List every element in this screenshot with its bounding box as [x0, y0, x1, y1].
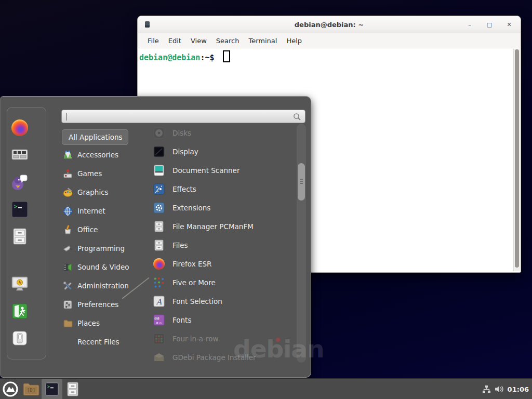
- svg-text:[D]: [D]: [27, 388, 35, 393]
- firefox-icon: [11, 119, 28, 136]
- preferences-icon: [63, 300, 73, 310]
- display-icon: [153, 145, 165, 158]
- fonts-icon: aaaa: [153, 314, 165, 326]
- app-row-five-or-more[interactable]: Five or More: [149, 273, 295, 292]
- scrollbar-grip: [300, 179, 303, 180]
- menu-edit[interactable]: Edit: [164, 37, 186, 45]
- category-games[interactable]: Games: [62, 164, 145, 183]
- app-label: Display: [172, 148, 198, 156]
- app-row-display[interactable]: Display: [149, 142, 295, 161]
- menu-button[interactable]: [0, 379, 21, 399]
- file-manager-launcher[interactable]: [D]: [21, 379, 42, 399]
- desktop[interactable]: debian@debian: ~ – □ ✕ File Edit View Se…: [0, 0, 532, 399]
- application-list: Disks Display Document Scanner Effects E…: [149, 124, 295, 367]
- menu-search-field[interactable]: [61, 110, 305, 123]
- favorite-terminal[interactable]: >: [10, 200, 29, 219]
- maximize-button[interactable]: □: [485, 20, 494, 29]
- menu-view[interactable]: View: [186, 37, 211, 45]
- favorite-firefox[interactable]: [10, 118, 29, 137]
- favorite-software[interactable]: [10, 145, 29, 164]
- file-cabinet-taskbar-icon: [66, 381, 79, 397]
- category-programming[interactable]: Programming: [62, 239, 145, 258]
- category-recent-files[interactable]: Recent Files: [62, 332, 145, 351]
- internet-globe-icon: [63, 206, 73, 216]
- category-internet[interactable]: Internet: [62, 202, 145, 220]
- network-icon[interactable]: [482, 385, 491, 394]
- menu-scrollbar[interactable]: [297, 124, 306, 363]
- menu-file[interactable]: File: [143, 37, 164, 45]
- app-row-files[interactable]: Files: [149, 236, 295, 255]
- category-administration[interactable]: Administration: [62, 276, 145, 295]
- screensaver-icon: [10, 275, 29, 293]
- extensions-icon: [153, 202, 165, 214]
- app-row-effects[interactable]: Effects: [149, 180, 295, 198]
- category-label: Recent Files: [77, 338, 119, 346]
- terminal-scrollbar[interactable]: [513, 49, 520, 271]
- text-caret: [66, 113, 67, 121]
- close-button[interactable]: ✕: [505, 20, 513, 29]
- application-menu: > All Applications Accessories: [0, 96, 311, 378]
- firefox-esr-icon: [153, 258, 165, 270]
- category-label: Office: [77, 225, 98, 234]
- recent-files-spacer: [63, 337, 73, 347]
- file-cabinet-icon: [11, 228, 28, 245]
- gdebi-package-installer-icon: [153, 351, 165, 364]
- app-row-file-manager-pcmanfm[interactable]: File Manager PCManFM: [149, 217, 295, 236]
- category-sound-video[interactable]: Sound & Video: [62, 258, 145, 276]
- app-row-disks[interactable]: Disks: [149, 124, 295, 142]
- office-icon: [63, 225, 73, 235]
- favorite-shutdown[interactable]: [10, 329, 29, 348]
- category-accessories[interactable]: Accessories: [62, 145, 145, 164]
- category-all-applications[interactable]: All Applications: [62, 129, 128, 145]
- app-label: Disks: [172, 129, 191, 137]
- taskbar-clock[interactable]: 01:06: [508, 385, 529, 393]
- search-input[interactable]: [62, 110, 305, 123]
- five-or-more-icon: [153, 276, 165, 289]
- category-places[interactable]: Places: [62, 314, 145, 332]
- terminal-launcher[interactable]: >: [42, 379, 62, 399]
- app-row-extensions[interactable]: Extensions: [149, 198, 295, 217]
- favorite-file-manager[interactable]: [10, 227, 29, 246]
- svg-text:A: A: [156, 297, 163, 307]
- font-selection-icon: A: [153, 295, 165, 308]
- volume-icon[interactable]: [495, 385, 504, 393]
- app-row-fonts[interactable]: aaaa Fonts: [149, 311, 295, 329]
- svg-text:a: a: [159, 321, 162, 325]
- search-icon: [293, 113, 301, 121]
- app-label: Firefox ESR: [172, 260, 211, 268]
- app-row-firefox-esr[interactable]: Firefox ESR: [149, 255, 295, 273]
- sound-video-icon: [63, 262, 73, 272]
- minimize-button[interactable]: –: [466, 20, 474, 29]
- app-row-font-selection[interactable]: A Font Selection: [149, 292, 295, 311]
- shell-prompt: debian@debian:~$: [139, 50, 230, 62]
- taskbar: [D] > 01:06: [0, 378, 532, 399]
- favorite-pidgin[interactable]: [10, 173, 29, 192]
- category-label: Places: [77, 319, 100, 327]
- app-label: Files: [172, 241, 188, 249]
- menu-help[interactable]: Help: [282, 37, 307, 45]
- category-graphics[interactable]: Graphics: [62, 183, 145, 202]
- disks-icon: [153, 127, 165, 139]
- category-label: Administration: [77, 282, 129, 290]
- terminal-scrollbar-thumb[interactable]: [515, 49, 519, 268]
- prompt-path: :~$: [200, 53, 219, 62]
- menu-terminal[interactable]: Terminal: [244, 37, 282, 45]
- administration-tools-icon: [63, 281, 73, 291]
- app-label: Extensions: [172, 204, 210, 212]
- svg-text:>: >: [47, 384, 50, 389]
- terminal-titlebar[interactable]: debian@debian: ~ – □ ✕: [138, 16, 521, 33]
- terminal-titlebar-icon: [145, 21, 150, 28]
- files-launcher[interactable]: [62, 379, 83, 399]
- category-label: Preferences: [77, 300, 118, 309]
- app-row-document-scanner[interactable]: Document Scanner: [149, 161, 295, 180]
- menu-search[interactable]: Search: [211, 37, 244, 45]
- category-preferences[interactable]: Preferences: [62, 295, 145, 314]
- category-label: Programming: [77, 244, 125, 252]
- programming-icon: [63, 244, 73, 254]
- menu-scrollbar-thumb[interactable]: [298, 163, 305, 201]
- app-label: File Manager PCManFM: [172, 222, 254, 231]
- keyboard-icon: [11, 146, 29, 164]
- favorite-lock-screen[interactable]: [10, 275, 29, 294]
- category-office[interactable]: Office: [62, 220, 145, 239]
- favorite-logout[interactable]: [10, 302, 29, 321]
